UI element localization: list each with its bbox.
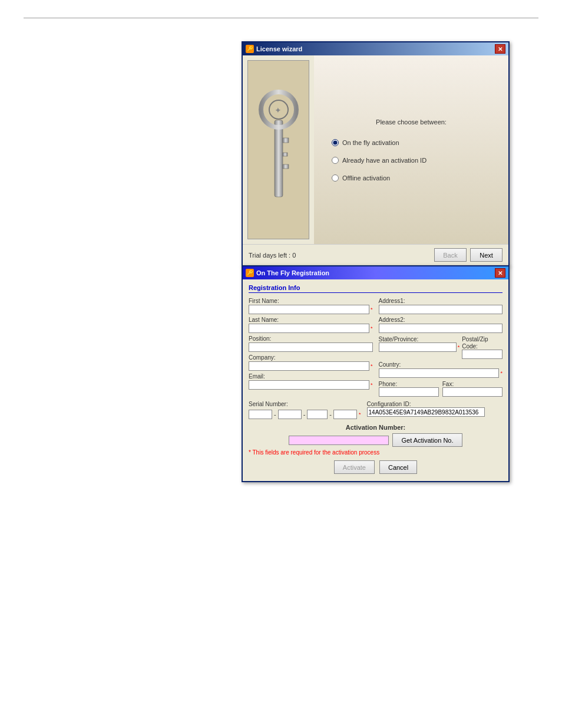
position-input[interactable] xyxy=(249,342,373,352)
license-wizard-title-text: License wizard xyxy=(256,45,302,52)
wizard-options-panel: Please choose between: On the fly activa… xyxy=(314,55,508,244)
serial-number-section: Serial Number: - - - * xyxy=(249,400,361,419)
registration-dialog: 🔑 On The Fly Registration ✕ Registration… xyxy=(242,265,510,482)
svg-text:✦: ✦ xyxy=(275,106,282,115)
radio-on-the-fly-input[interactable] xyxy=(332,139,339,146)
key-icon: ✦ xyxy=(252,85,305,215)
activate-button[interactable]: Activate xyxy=(334,460,375,474)
license-wizard-dialog: 🔑 License wizard ✕ xyxy=(242,41,510,266)
registration-content: Registration Info First Name: * Last Nam… xyxy=(243,279,508,481)
email-field: Email: * xyxy=(249,373,373,390)
serial-part-4[interactable] xyxy=(333,410,357,419)
config-id-input[interactable] xyxy=(367,407,485,417)
zip-subfield: Postal/Zip Code: xyxy=(462,335,503,359)
required-note: * This fields are required for the activ… xyxy=(249,449,503,456)
address1-field: Address1: xyxy=(379,298,503,314)
next-button[interactable]: Next xyxy=(470,248,503,262)
email-input[interactable] xyxy=(249,380,369,390)
email-row: * xyxy=(249,380,373,390)
serial-dash-1: - xyxy=(274,411,276,418)
config-id-label: Configuration ID: xyxy=(367,401,411,407)
fax-label: Fax: xyxy=(442,381,454,387)
address1-input[interactable] xyxy=(379,305,503,314)
company-row: * xyxy=(249,361,373,371)
serial-config-row: Serial Number: - - - * Configuration ID: xyxy=(249,400,503,419)
country-row: * xyxy=(379,368,503,378)
state-input[interactable] xyxy=(379,342,457,352)
license-wizard-title: 🔑 License wizard xyxy=(246,45,302,53)
registration-footer: Activate Cancel xyxy=(249,460,503,476)
zip-label: Postal/Zip Code: xyxy=(462,336,488,350)
registration-close-button[interactable]: ✕ xyxy=(495,268,505,278)
first-name-field: First Name: * xyxy=(249,298,373,314)
phone-input[interactable] xyxy=(379,387,439,397)
radio-option-offline[interactable]: Offline activation xyxy=(332,174,491,182)
license-wizard-icon: 🔑 xyxy=(246,45,254,53)
state-label: State/Province: xyxy=(379,336,419,342)
registration-title: 🔑 On The Fly Registration xyxy=(246,269,329,277)
serial-number-row: - - - * xyxy=(249,410,361,419)
page-background: 🔑 License wizard ✕ xyxy=(0,0,562,728)
company-label: Company: xyxy=(249,354,373,361)
svg-rect-0 xyxy=(275,120,283,197)
wizard-content-area: ✦ Please choose between: On the fly acti… xyxy=(243,55,508,244)
wizard-footer: Trial days left : 0 Back Next xyxy=(243,244,508,265)
address2-field: Address2: xyxy=(379,317,503,333)
last-name-input[interactable] xyxy=(249,324,369,333)
radio-offline-label: Offline activation xyxy=(342,174,390,182)
get-activation-button[interactable]: Get Activation No. xyxy=(392,433,462,447)
state-subfield: State/Province: * xyxy=(379,335,460,359)
country-input[interactable] xyxy=(379,368,500,378)
last-name-field: Last Name: * xyxy=(249,317,373,333)
email-required: * xyxy=(371,382,373,388)
state-required: * xyxy=(458,344,460,350)
company-required: * xyxy=(371,363,373,369)
state-zip-row: State/Province: * Postal/Zip Code: xyxy=(379,335,503,359)
activation-row: Get Activation No. xyxy=(289,433,462,447)
wizard-footer-buttons: Back Next xyxy=(434,248,503,262)
registration-titlebar: 🔑 On The Fly Registration ✕ xyxy=(243,266,508,279)
address2-label: Address2: xyxy=(379,317,503,323)
svg-rect-1 xyxy=(283,138,289,143)
state-zip-field: State/Province: * Postal/Zip Code: xyxy=(379,335,503,359)
phone-subfield: Phone: xyxy=(379,380,439,397)
phone-fax-row: Phone: Fax: xyxy=(379,380,503,397)
first-name-row: * xyxy=(249,305,373,314)
radio-option-already-have[interactable]: Already have an activation ID xyxy=(332,157,491,164)
company-field: Company: * xyxy=(249,354,373,371)
wizard-prompt-text: Please choose between: xyxy=(332,118,491,126)
serial-part-1[interactable] xyxy=(249,410,272,419)
serial-part-3[interactable] xyxy=(307,410,328,419)
first-name-label: First Name: xyxy=(249,298,373,304)
wizard-key-image-area: ✦ xyxy=(247,60,309,239)
serial-required: * xyxy=(359,411,361,417)
serial-part-2[interactable] xyxy=(278,410,302,419)
address2-input[interactable] xyxy=(379,324,503,333)
radio-option-on-the-fly[interactable]: On the fly activation xyxy=(332,139,491,146)
country-field: Country: * xyxy=(379,361,503,378)
radio-already-have-input[interactable] xyxy=(332,157,339,164)
zip-input[interactable] xyxy=(462,350,503,359)
separator xyxy=(24,18,538,18)
last-name-row: * xyxy=(249,324,373,333)
left-column: First Name: * Last Name: * xyxy=(249,298,373,397)
activation-number-label: Activation Number: xyxy=(346,424,405,431)
radio-already-have-label: Already have an activation ID xyxy=(342,157,427,164)
back-button[interactable]: Back xyxy=(434,248,467,262)
email-label: Email: xyxy=(249,373,373,380)
country-label: Country: xyxy=(379,361,503,368)
cancel-button[interactable]: Cancel xyxy=(379,460,417,474)
activation-number-input[interactable] xyxy=(289,436,389,445)
position-label: Position: xyxy=(249,335,373,342)
svg-rect-2 xyxy=(283,153,287,156)
radio-on-the-fly-label: On the fly activation xyxy=(342,139,399,146)
svg-rect-3 xyxy=(283,164,289,169)
company-input[interactable] xyxy=(249,361,369,371)
license-wizard-close-button[interactable]: ✕ xyxy=(495,44,505,54)
radio-offline-input[interactable] xyxy=(332,174,339,182)
license-wizard-titlebar: 🔑 License wizard ✕ xyxy=(243,42,508,55)
last-name-required: * xyxy=(371,325,373,331)
first-name-input[interactable] xyxy=(249,305,369,314)
country-required: * xyxy=(500,370,503,376)
fax-input[interactable] xyxy=(442,387,503,397)
